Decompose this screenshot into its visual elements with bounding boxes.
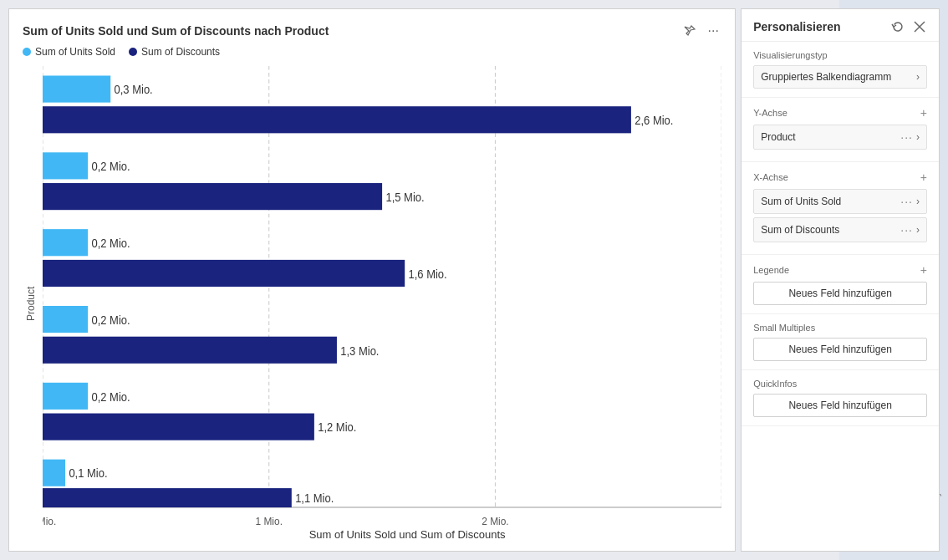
vis-type-section: Visualisierungstyp Gruppiertes Balkendia… xyxy=(742,42,939,98)
bar-amarilla-units xyxy=(43,306,88,333)
main-container: Canada France United St... Country Sum o… xyxy=(0,0,948,560)
legend-label-units: Sum of Units Sold xyxy=(35,46,115,58)
x-axis-units-item[interactable]: Sum of Units Sold ··· › xyxy=(753,189,927,214)
small-multiples-add-field-btn[interactable]: Neues Feld hinzufügen xyxy=(753,338,927,361)
legend-label-discounts: Sum of Discounts xyxy=(141,46,220,58)
bar-vtt-discounts xyxy=(43,183,382,210)
y-axis-add-icon[interactable]: + xyxy=(920,106,927,120)
vis-type-chevron: › xyxy=(916,71,920,83)
bar-carretera-discounts xyxy=(43,488,292,507)
panel-title: Personalisieren xyxy=(753,20,840,33)
personalize-panel: Personalisieren Visuali xyxy=(741,8,940,552)
bar-paseo-units xyxy=(43,75,110,102)
bar-paseo-discounts xyxy=(43,106,631,133)
bar-label-vtt-units: 0,2 Mio. xyxy=(91,160,130,173)
chart-title: Sum of Units Sold und Sum of Discounts n… xyxy=(23,24,329,38)
y-axis-product-item[interactable]: Product ··· › xyxy=(753,125,927,150)
bar-label-amarilla-units: 0,2 Mio. xyxy=(91,313,130,326)
bar-label-montana-units: 0,2 Mio. xyxy=(91,390,130,403)
legend-dot-discounts xyxy=(129,48,137,56)
x-axis-units-chevron: › xyxy=(916,196,920,207)
x-tick-2: 2 Mio. xyxy=(482,515,508,527)
bar-label-paseo-units: 0,3 Mio. xyxy=(115,84,153,96)
x-tick-1: 1 Mio. xyxy=(256,515,283,527)
panel-header-icons xyxy=(890,19,927,34)
y-axis-section: Y-Achse + Product ··· › xyxy=(742,98,939,162)
bar-label-velo-units: 0,2 Mio. xyxy=(91,237,130,250)
quickinfos-section: QuickInfos Neues Feld hinzufügen xyxy=(742,370,939,426)
legend-item-units: Sum of Units Sold xyxy=(23,46,115,58)
bar-montana-discounts xyxy=(43,414,314,440)
bar-montana-units xyxy=(43,383,88,410)
legend-item-discounts: Sum of Discounts xyxy=(129,46,220,58)
panel-header: Personalisieren xyxy=(742,9,939,42)
x-axis-discounts-label: Sum of Discounts xyxy=(761,224,839,236)
legend-add-field-btn[interactable]: Neues Feld hinzufügen xyxy=(753,282,927,305)
x-axis-discounts-dots[interactable]: ··· xyxy=(900,223,913,237)
chart-header: Sum of Units Sold und Sum of Discounts n… xyxy=(23,23,721,39)
chart-panel: Sum of Units Sold und Sum of Discounts n… xyxy=(8,8,736,552)
y-axis-label: Product xyxy=(23,66,39,541)
x-tick-0: 0 Mio. xyxy=(43,515,56,527)
chart-content: 0,3 Mio. 2,6 Mio. 0,2 Mio. 1,5 Mio. 0,2 … xyxy=(43,66,721,541)
y-axis-dots[interactable]: ··· xyxy=(900,130,913,144)
y-axis-chevron: › xyxy=(916,131,920,143)
chart-svg: 0,3 Mio. 2,6 Mio. 0,2 Mio. 1,5 Mio. 0,2 … xyxy=(43,66,721,527)
bar-label-velo-discounts: 1,6 Mio. xyxy=(409,267,447,280)
vis-type-label: Visualisierungstyp xyxy=(753,50,927,60)
x-axis-section-label: X-Achse + xyxy=(753,171,927,184)
x-axis-units-label: Sum of Units Sold xyxy=(761,196,841,207)
bar-carretera-units xyxy=(43,460,65,486)
x-axis-units-dots[interactable]: ··· xyxy=(900,195,913,208)
vis-type-item[interactable]: Gruppiertes Balkendiagramm › xyxy=(753,65,927,89)
bar-label-amarilla-discounts: 1,3 Mio. xyxy=(340,344,379,357)
legend-section: Legende + Neues Feld hinzufügen xyxy=(742,255,939,314)
bar-velo-discounts xyxy=(43,260,405,287)
vis-type-value: Gruppiertes Balkendiagramm xyxy=(761,71,891,83)
legend-dot-units xyxy=(23,48,31,56)
chart-area: Product 0,3 xyxy=(23,66,721,541)
x-axis-discounts-item[interactable]: Sum of Discounts ··· › xyxy=(753,217,927,242)
small-multiples-label: Small Multiples xyxy=(753,323,927,333)
quickinfos-add-field-btn[interactable]: Neues Feld hinzufügen xyxy=(753,394,927,417)
x-axis-title: Sum of Units Sold und Sum of Discounts xyxy=(43,527,721,541)
y-axis-section-label: Y-Achse + xyxy=(753,106,927,120)
panel-close-icon[interactable] xyxy=(912,19,927,34)
bar-label-vtt-discounts: 1,5 Mio. xyxy=(385,191,424,204)
x-axis-section: X-Achse + Sum of Units Sold ··· › Sum of… xyxy=(742,162,939,255)
bar-label-carretera-units: 0,1 Mio. xyxy=(69,467,107,480)
chart-header-icons: ··· xyxy=(681,23,721,39)
y-axis-product-label: Product xyxy=(761,131,795,143)
chart-pin-icon[interactable] xyxy=(681,23,698,39)
chart-legend: Sum of Units Sold Sum of Discounts xyxy=(23,46,721,58)
chart-more-icon[interactable]: ··· xyxy=(705,23,721,39)
bar-label-montana-discounts: 1,2 Mio. xyxy=(318,421,356,434)
bar-label-paseo-discounts: 2,6 Mio. xyxy=(635,115,673,127)
panel-reset-icon[interactable] xyxy=(890,19,905,34)
legend-add-icon[interactable]: + xyxy=(920,263,927,277)
chart-svg-area: 0,3 Mio. 2,6 Mio. 0,2 Mio. 1,5 Mio. 0,2 … xyxy=(43,66,721,527)
bar-velo-units xyxy=(43,229,88,256)
bar-vtt-units xyxy=(43,152,88,179)
x-axis-add-icon[interactable]: + xyxy=(920,171,927,184)
x-axis-discounts-chevron: › xyxy=(916,224,920,236)
quickinfos-label: QuickInfos xyxy=(753,379,927,389)
legend-section-label: Legende + xyxy=(753,263,927,277)
small-multiples-section: Small Multiples Neues Feld hinzufügen xyxy=(742,314,939,370)
bar-label-carretera-discounts: 1,1 Mio. xyxy=(295,492,334,505)
bar-amarilla-discounts xyxy=(43,337,337,364)
